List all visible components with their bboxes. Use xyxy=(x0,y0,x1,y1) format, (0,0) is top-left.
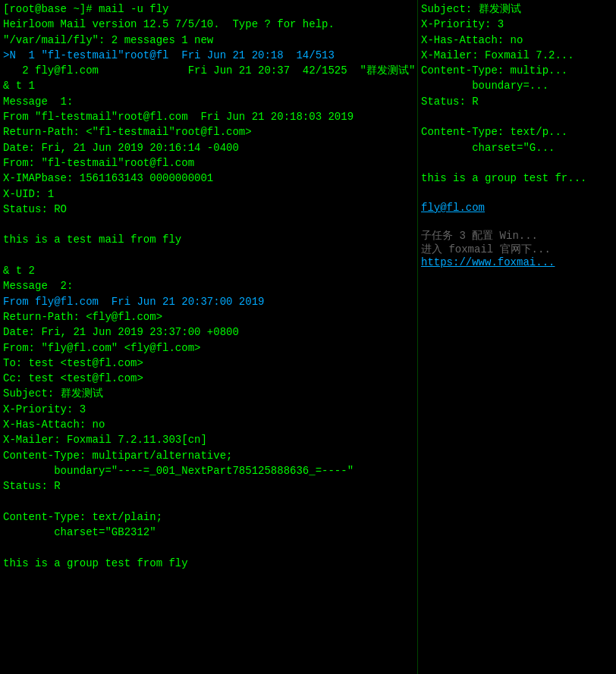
right-boundary: boundary=... xyxy=(421,78,613,93)
right-priority: X-Priority: 3 xyxy=(421,17,613,32)
message2-summary: 2 fly@fl.com Fri Jun 21 20:37 42/1525 "群… xyxy=(3,63,414,78)
right-email-link[interactable]: fly@fl.com xyxy=(421,202,613,214)
right-blank4 xyxy=(421,214,613,229)
message2-label: Message 2: xyxy=(3,278,414,293)
msg1-from-header: From "fl-testmail"root@fl.com Fri Jun 21… xyxy=(3,109,414,124)
right-url-link[interactable]: https://www.foxmai... xyxy=(421,256,613,268)
right-content-type2: Content-Type: text/p... xyxy=(421,124,613,140)
msg2-cc: Cc: test <test@fl.com> xyxy=(3,371,414,386)
message1-label: Message 1: xyxy=(3,94,414,109)
msg1-blank1 xyxy=(3,217,414,232)
version-line: Heirloom Mail version 12.5 7/5/10. Type … xyxy=(3,17,414,32)
msg2-return-path: Return-Path: <fly@fl.com> xyxy=(3,309,414,324)
right-charset: charset="G... xyxy=(421,140,613,155)
cmd-t1: & t 1 xyxy=(3,78,414,93)
right-body: this is a group test fr... xyxy=(421,171,613,186)
msg1-status: Status: RO xyxy=(3,202,414,217)
left-pane: [root@base ~]# mail -u fly Heirloom Mail… xyxy=(0,0,417,674)
msg1-imap: X-IMAPbase: 1561163143 0000000001 xyxy=(3,171,414,186)
right-blank1 xyxy=(421,109,613,124)
msg1-uid: X-UID: 1 xyxy=(3,187,414,202)
right-blank3 xyxy=(421,187,613,202)
msg1-return-path: Return-Path: <"fl-testmail"root@fl.com> xyxy=(3,124,414,140)
msg2-priority: X-Priority: 3 xyxy=(3,402,414,417)
msg2-blank1 xyxy=(3,494,414,509)
right-pane: Subject: 群发测试 X-Priority: 3 X-Has-Attach… xyxy=(417,0,616,674)
cmd-t2: & t 2 xyxy=(3,263,414,278)
terminal-window: [root@base ~]# mail -u fly Heirloom Mail… xyxy=(0,0,616,674)
right-content-type: Content-Type: multip... xyxy=(421,63,613,78)
right-has-attach: X-Has-Attach: no xyxy=(421,33,613,48)
right-mailer: X-Mailer: Foxmail 7.2... xyxy=(421,48,613,63)
mailbox-line: "/var/mail/fly": 2 messages 1 new xyxy=(3,33,414,48)
msg2-from: From: "fly@fl.com" <fly@fl.com> xyxy=(3,340,414,356)
msg2-mailer: X-Mailer: Foxmail 7.2.11.303[cn] xyxy=(3,432,414,447)
msg2-content-type: Content-Type: multipart/alternative; xyxy=(3,448,414,463)
msg2-blank2 xyxy=(3,540,414,555)
right-subtask-label: 子任务 3 配置 Win... xyxy=(421,229,613,243)
right-blank2 xyxy=(421,155,613,171)
msg2-status: Status: R xyxy=(3,478,414,494)
msg2-date: Date: Fri, 21 Jun 2019 23:37:00 +0800 xyxy=(3,324,414,340)
msg2-body: this is a group test from fly xyxy=(3,556,414,571)
message1-summary: >N 1 "fl-testmail"root@fl Fri Jun 21 20:… xyxy=(3,48,414,63)
msg2-boundary: boundary="----=_001_NextPart785125888636… xyxy=(3,463,414,478)
msg2-content-type2: Content-Type: text/plain; xyxy=(3,509,414,525)
msg2-has-attach: X-Has-Attach: no xyxy=(3,417,414,432)
right-subject: Subject: 群发测试 xyxy=(421,2,613,17)
msg1-body: this is a test mail from fly xyxy=(3,232,414,247)
right-status: Status: R xyxy=(421,94,613,109)
msg2-subject: Subject: 群发测试 xyxy=(3,386,414,401)
msg2-charset: charset="GB2312" xyxy=(3,525,414,540)
msg2-from-header: From fly@fl.com Fri Jun 21 20:37:00 2019 xyxy=(3,294,414,309)
msg1-date: Date: Fri, 21 Jun 2019 20:16:14 -0400 xyxy=(3,140,414,155)
msg1-blank2 xyxy=(3,248,414,263)
right-foxmail-label: 进入 foxmail 官网下... xyxy=(421,243,613,256)
prompt-line: [root@base ~]# mail -u fly xyxy=(3,2,414,17)
msg1-from: From: "fl-testmail"root@fl.com xyxy=(3,155,414,171)
msg2-to: To: test <test@fl.com> xyxy=(3,356,414,371)
